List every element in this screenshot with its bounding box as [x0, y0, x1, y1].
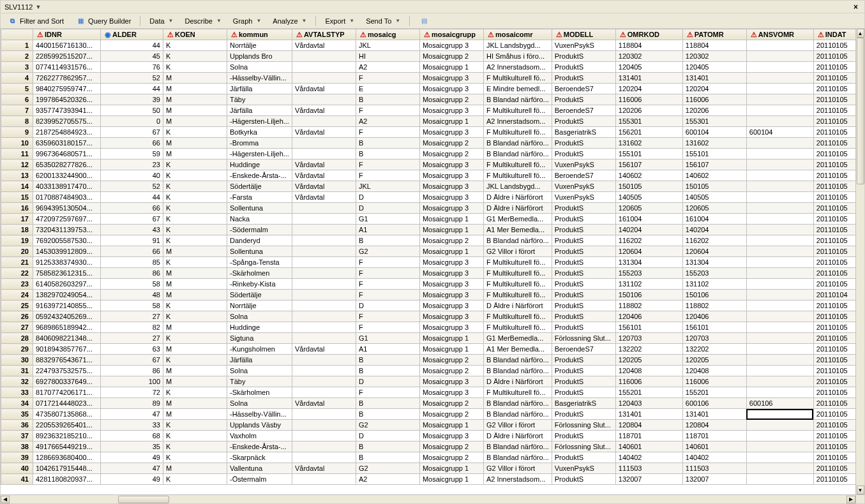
cell-mosaicgrupp[interactable]: Mosaicgrupp 2 [419, 355, 483, 366]
cell-patomr[interactable]: 600104 [682, 127, 746, 138]
cell-ansvomr[interactable] [746, 463, 813, 474]
cell-modell[interactable]: ProduktS [552, 138, 615, 149]
cell-alder[interactable]: 23 [101, 159, 163, 170]
table-row[interactable]: 236140582603297...58M-Rinkeby-KistaFMosa… [1, 279, 856, 290]
table-row[interactable]: 106359603180157...66M-BrommaBMosaicgrupp… [1, 138, 856, 149]
table-row[interactable]: 414281180820937...49K-ÖstermalmA2Mosaicg… [1, 474, 856, 485]
cell-mosaicg[interactable]: F [356, 170, 419, 181]
table-row[interactable]: 30774114931576...76KSolnaA2Mosaicgrupp 1… [1, 62, 856, 73]
scroll-right-arrow[interactable]: ▶ [846, 496, 855, 503]
cell-modell[interactable]: ProduktS [552, 300, 615, 311]
cell-alder[interactable]: 52 [101, 181, 163, 192]
cell-kommun[interactable]: Upplands Väsby [227, 420, 292, 431]
cell-mosaicg[interactable]: B [356, 366, 419, 376]
cell-mosaicg[interactable]: F [356, 268, 419, 279]
cell-mosaicg[interactable]: D [356, 192, 419, 203]
cell-avtalstyp[interactable] [292, 300, 356, 311]
table-row[interactable]: 401042617915448...47MVallentunaVårdavtal… [1, 463, 856, 474]
cell-idnr[interactable]: 2285992515207... [33, 51, 101, 62]
cell-kommun[interactable]: Norrtälje [227, 40, 292, 51]
cell-idnr[interactable]: 7320431139753... [33, 225, 101, 235]
cell-ansvomr[interactable] [746, 225, 813, 235]
cell-modell[interactable]: BeroendeS7 [552, 84, 615, 94]
cell-avtalstyp[interactable]: Vårdavtal [292, 40, 356, 51]
cell-avtalstyp[interactable] [292, 214, 356, 225]
cell-ansvomr[interactable] [746, 366, 813, 376]
cell-modell[interactable]: Förlossning Slut... [552, 441, 615, 452]
cell-mosaicomr[interactable]: B Blandad närföro... [483, 441, 552, 452]
cell-koen[interactable]: K [163, 214, 227, 225]
cell-mosaicomr[interactable]: B Blandad närföro... [483, 452, 552, 463]
cell-mosaicgrupp[interactable]: Mosaicgrupp 3 [419, 376, 483, 387]
cell-kommun[interactable]: Botkyrka [227, 127, 292, 138]
cell-ansvomr[interactable] [746, 300, 813, 311]
cell-mosaicg[interactable]: D [356, 300, 419, 311]
cell-omrkod[interactable]: 120405 [615, 62, 682, 73]
cell-patomr[interactable]: 120302 [682, 51, 746, 62]
cell-mosaicomr[interactable]: F Multikulturell fö... [483, 290, 552, 300]
cell-alder[interactable]: 44 [101, 40, 163, 51]
cell-idnr[interactable]: 6535028277826... [33, 159, 101, 170]
cell-mosaicomr[interactable]: E Mindre bemedl... [483, 84, 552, 94]
cell-mosaicgrupp[interactable]: Mosaicgrupp 2 [419, 51, 483, 62]
cell-ansvomr[interactable] [746, 105, 813, 116]
cell-ansvomr[interactable] [746, 203, 813, 214]
cell-mosaicomr[interactable]: D Äldre i Närförort [483, 376, 552, 387]
cell-mosaicomr[interactable]: JKL Landsbygd... [483, 181, 552, 192]
cell-mosaicg[interactable]: B [356, 452, 419, 463]
cell-koen[interactable]: K [163, 225, 227, 235]
cell-mosaicgrupp[interactable]: Mosaicgrupp 2 [419, 149, 483, 159]
cell-koen[interactable]: M [163, 84, 227, 94]
cell-mosaicg[interactable]: G2 [356, 246, 419, 257]
filter-sort-button[interactable]: ⧉ Filter and Sort [4, 15, 66, 27]
cell-modell[interactable]: ProduktS [552, 246, 615, 257]
cell-idnr[interactable]: 4400156716130... [33, 40, 101, 51]
row-header[interactable]: 4 [1, 73, 33, 84]
row-header[interactable]: 35 [1, 409, 33, 420]
cell-kommun[interactable]: Sigtuna [227, 333, 292, 344]
cell-indat[interactable]: 20110105 [813, 398, 855, 409]
cell-ansvomr[interactable] [746, 181, 813, 192]
column-header-idnr[interactable]: ⚠IDNR [33, 29, 101, 40]
analyze-menu[interactable]: Analyze▼ [270, 16, 309, 26]
cell-indat[interactable]: 20110105 [813, 300, 855, 311]
cell-alder[interactable]: 48 [101, 290, 163, 300]
cell-modell[interactable]: ProduktS [552, 387, 615, 398]
cell-omrkod[interactable]: 140601 [615, 441, 682, 452]
cell-patomr[interactable]: 120604 [682, 246, 746, 257]
cell-omrkod[interactable]: 132007 [615, 474, 682, 485]
cell-indat[interactable]: 20110105 [813, 246, 855, 257]
cell-avtalstyp[interactable] [292, 62, 356, 73]
cell-indat[interactable]: 20110105 [813, 105, 855, 116]
table-row[interactable]: 187320431139753...43K-SödermalmA1Mosaicg… [1, 225, 856, 235]
cell-omrkod[interactable]: 111503 [615, 463, 682, 474]
cell-kommun[interactable]: Vallentuna [227, 463, 292, 474]
cell-mosaicg[interactable]: A1 [356, 344, 419, 355]
row-header[interactable]: 23 [1, 279, 33, 290]
cell-ansvomr[interactable] [746, 387, 813, 398]
table-row[interactable]: 14400156716130...44KNorrtäljeVårdavtalJK… [1, 40, 856, 51]
cell-patomr[interactable]: 131102 [682, 279, 746, 290]
row-header[interactable]: 8 [1, 116, 33, 127]
column-header-koen[interactable]: ⚠KOEN [163, 29, 227, 40]
cell-alder[interactable]: 27 [101, 333, 163, 344]
cell-ansvomr[interactable] [746, 344, 813, 355]
cell-ansvomr[interactable] [746, 420, 813, 431]
table-row[interactable]: 61997864520326...39MTäbyBMosaicgrupp 2B … [1, 94, 856, 105]
cell-kommun[interactable]: Solna [227, 62, 292, 73]
cell-modell[interactable]: Förlossning Slut... [552, 333, 615, 344]
cell-kommun[interactable]: -Skarpnäck [227, 452, 292, 463]
dataset-dropdown-icon[interactable]: ▼ [35, 1, 41, 13]
cell-mosaicgrupp[interactable]: Mosaicgrupp 1 [419, 474, 483, 485]
cell-ansvomr[interactable] [746, 192, 813, 203]
cell-alder[interactable]: 44 [101, 84, 163, 94]
cell-mosaicgrupp[interactable]: Mosaicgrupp 3 [419, 431, 483, 441]
cell-patomr[interactable]: 120204 [682, 84, 746, 94]
table-row[interactable]: 354735807135868...47M-Hässelby-Vällin...… [1, 409, 856, 420]
cell-koen[interactable]: K [163, 311, 227, 322]
cell-kommun[interactable]: Upplands Bro [227, 51, 292, 62]
cell-indat[interactable]: 20110105 [813, 366, 855, 376]
cell-omrkod[interactable]: 150105 [615, 181, 682, 192]
cell-koen[interactable]: K [163, 235, 227, 246]
cell-patomr[interactable]: 120703 [682, 333, 746, 344]
